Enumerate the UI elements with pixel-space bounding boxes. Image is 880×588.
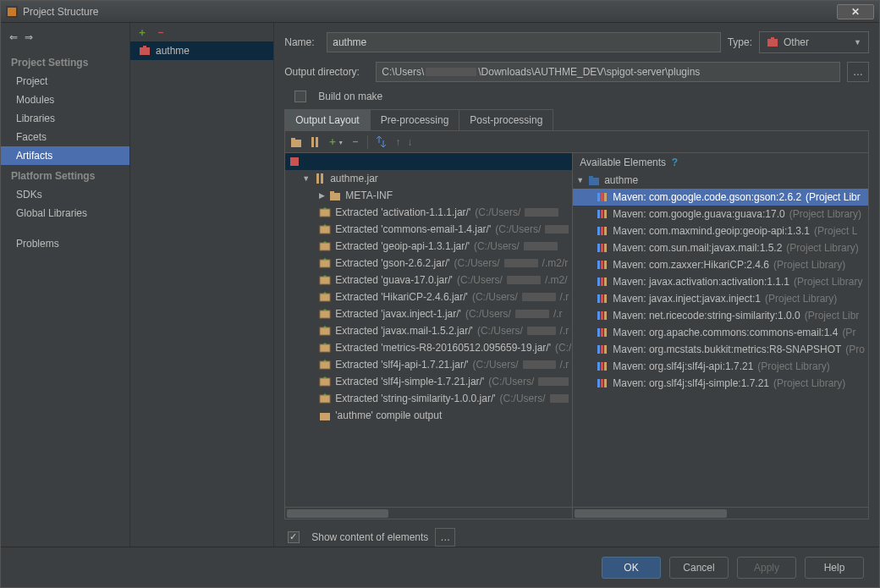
sidebar-item-artifacts[interactable]: Artifacts: [1, 146, 129, 165]
move-down-icon[interactable]: ↓: [407, 136, 412, 148]
available-library-row[interactable]: Maven: com.maxmind.geoip:geoip-api:1.3.1…: [573, 223, 868, 239]
nav-back-icon[interactable]: ⇐: [9, 31, 18, 43]
svg-rect-65: [604, 379, 607, 387]
artifact-type-icon: [767, 36, 778, 48]
available-library-row[interactable]: Maven: javax.inject:javax.inject:1 (Proj…: [573, 290, 868, 307]
artifact-editor: Name: Type: Other Output directory: C:\U…: [274, 23, 879, 547]
tree-extracted-row[interactable]: Extracted 'javax.inject-1.jar/' (C:/User…: [285, 305, 572, 322]
sidebar-item-libraries[interactable]: Libraries: [1, 109, 129, 128]
tree-extracted-row[interactable]: Extracted 'slf4j-simple-1.7.21.jar/' (C:…: [285, 373, 572, 390]
artifact-tabs: Output Layout Pre-processing Post-proces…: [284, 109, 553, 130]
svg-rect-24: [320, 361, 330, 369]
svg-rect-10: [290, 157, 299, 166]
add-artifact-icon[interactable]: ＋: [137, 25, 147, 40]
remove-artifact-icon[interactable]: －: [156, 25, 166, 40]
new-folder-icon[interactable]: [290, 136, 302, 148]
expand-icon[interactable]: [576, 176, 584, 184]
svg-rect-1: [8, 8, 16, 16]
sidebar-item-project[interactable]: Project: [1, 72, 129, 91]
avail-hscroll[interactable]: [573, 507, 868, 519]
svg-rect-18: [320, 260, 330, 267]
svg-rect-43: [601, 261, 603, 269]
available-library-row[interactable]: Maven: com.google.code.gson:gson:2.6.2 (…: [573, 189, 868, 206]
svg-rect-5: [771, 37, 774, 40]
sidebar-item-global-libraries[interactable]: Global Libraries: [1, 204, 129, 223]
tree-extracted-row[interactable]: Extracted 'metrics-R8-20160512.095659-19…: [285, 339, 572, 356]
tree-output-root[interactable]: [285, 153, 572, 170]
svg-rect-6: [291, 140, 301, 147]
tree-compile-output-row[interactable]: 'authme' compile output: [285, 407, 572, 424]
svg-rect-8: [311, 137, 314, 147]
svg-rect-34: [601, 210, 603, 218]
tree-extracted-row[interactable]: Extracted 'javax.mail-1.5.2.jar/' (C:/Us…: [285, 322, 572, 339]
artifact-type-select[interactable]: Other: [759, 31, 869, 53]
add-element-icon[interactable]: ＋: [327, 135, 344, 149]
artifact-list-item[interactable]: authme: [130, 41, 273, 60]
ok-button[interactable]: OK: [602, 557, 661, 579]
sidebar-item-problems[interactable]: Problems: [1, 234, 129, 253]
svg-rect-28: [589, 178, 599, 185]
available-library-row[interactable]: Maven: org.slf4j:slf4j-api:1.7.21 (Proje…: [573, 358, 868, 375]
output-dir-label: Output directory:: [284, 66, 369, 78]
svg-rect-45: [597, 278, 600, 286]
dialog-footer: OK Cancel Apply Help: [1, 547, 879, 587]
tree-hscroll[interactable]: [285, 507, 572, 519]
available-library-row[interactable]: Maven: org.apache.commons:commons-email:…: [573, 324, 868, 341]
tree-extracted-row[interactable]: Extracted 'commons-email-1.4.jar/' (C:/U…: [285, 221, 572, 238]
tree-extracted-row[interactable]: Extracted 'string-similarity-1.0.0.jar/'…: [285, 390, 572, 407]
tab-output-layout[interactable]: Output Layout: [285, 110, 370, 130]
tree-extracted-row[interactable]: Extracted 'slf4j-api-1.7.21.jar/' (C:/Us…: [285, 356, 572, 373]
help-icon[interactable]: ?: [672, 157, 678, 168]
show-content-options-button[interactable]: …: [435, 528, 455, 547]
app-icon: [6, 6, 18, 18]
available-library-row[interactable]: Maven: net.ricecode:string-similarity:1.…: [573, 307, 868, 324]
artifact-name-input[interactable]: [327, 32, 720, 52]
output-tree[interactable]: authme.jarMETA-INFExtracted 'activation-…: [285, 153, 573, 519]
sidebar-item-facets[interactable]: Facets: [1, 128, 129, 146]
tab-post-processing[interactable]: Post-processing: [459, 110, 553, 130]
build-on-make-checkbox[interactable]: [294, 91, 306, 102]
titlebar[interactable]: Project Structure ✕: [1, 1, 879, 23]
svg-rect-38: [604, 227, 607, 235]
nav-forward-icon[interactable]: ⇒: [25, 31, 33, 43]
tree-extracted-row[interactable]: Extracted 'guava-17.0.jar/' (C:/Users//.…: [285, 272, 572, 289]
help-button[interactable]: Help: [805, 557, 864, 579]
build-on-make-label: Build on make: [318, 91, 382, 102]
available-library-row[interactable]: Maven: com.google.guava:guava:17.0 (Proj…: [573, 206, 868, 223]
svg-rect-37: [601, 227, 603, 235]
svg-rect-23: [320, 344, 330, 352]
tree-metainf-row[interactable]: META-INF: [285, 187, 572, 204]
new-archive-icon[interactable]: [309, 136, 321, 148]
svg-rect-64: [601, 379, 603, 387]
svg-rect-61: [601, 362, 603, 371]
sidebar-item-sdks[interactable]: SDKs: [1, 185, 129, 204]
close-button[interactable]: ✕: [837, 4, 874, 19]
cancel-button[interactable]: Cancel: [669, 557, 729, 579]
sort-icon[interactable]: [375, 136, 388, 148]
available-library-row[interactable]: Maven: com.zaxxer:HikariCP:2.4.6 (Projec…: [573, 256, 868, 273]
tree-extracted-row[interactable]: Extracted 'HikariCP-2.4.6.jar/' (C:/User…: [285, 289, 572, 305]
tree-extracted-row[interactable]: Extracted 'activation-1.1.1.jar/' (C:/Us…: [285, 204, 572, 221]
available-module-row[interactable]: authme: [573, 172, 868, 189]
available-library-row[interactable]: Maven: org.slf4j:slf4j-simple:1.7.21 (Pr…: [573, 375, 868, 392]
tree-extracted-row[interactable]: Extracted 'gson-2.6.2.jar/' (C:/Users//.…: [285, 255, 572, 272]
tree-extracted-row[interactable]: Extracted 'geoip-api-1.3.1.jar/' (C:/Use…: [285, 238, 572, 255]
artifacts-list-panel: ＋ － authme: [130, 23, 274, 547]
move-up-icon[interactable]: ↑: [395, 136, 400, 148]
svg-rect-62: [604, 362, 607, 371]
svg-rect-42: [597, 261, 600, 269]
show-content-checkbox[interactable]: [288, 531, 300, 543]
available-library-row[interactable]: Maven: javax.activation:activation:1.1.1…: [573, 273, 868, 290]
svg-rect-40: [601, 244, 603, 252]
tab-pre-processing[interactable]: Pre-processing: [371, 110, 460, 130]
apply-button[interactable]: Apply: [737, 557, 796, 579]
available-library-row[interactable]: Maven: com.sun.mail:javax.mail:1.5.2 (Pr…: [573, 239, 868, 256]
remove-element-icon[interactable]: －: [350, 135, 360, 149]
sidebar-item-modules[interactable]: Modules: [1, 91, 129, 109]
tree-jar-row[interactable]: authme.jar: [285, 170, 572, 187]
browse-output-dir-button[interactable]: …: [847, 62, 869, 82]
artifact-icon: [139, 45, 151, 57]
available-elements-panel[interactable]: Available Elements ? authme Maven: com.g…: [573, 153, 868, 519]
output-dir-input[interactable]: C:\Users\\Downloads\AUTHME_DEV\spigot-se…: [376, 62, 840, 82]
available-library-row[interactable]: Maven: org.mcstats.bukkit:metrics:R8-SNA…: [573, 341, 868, 358]
